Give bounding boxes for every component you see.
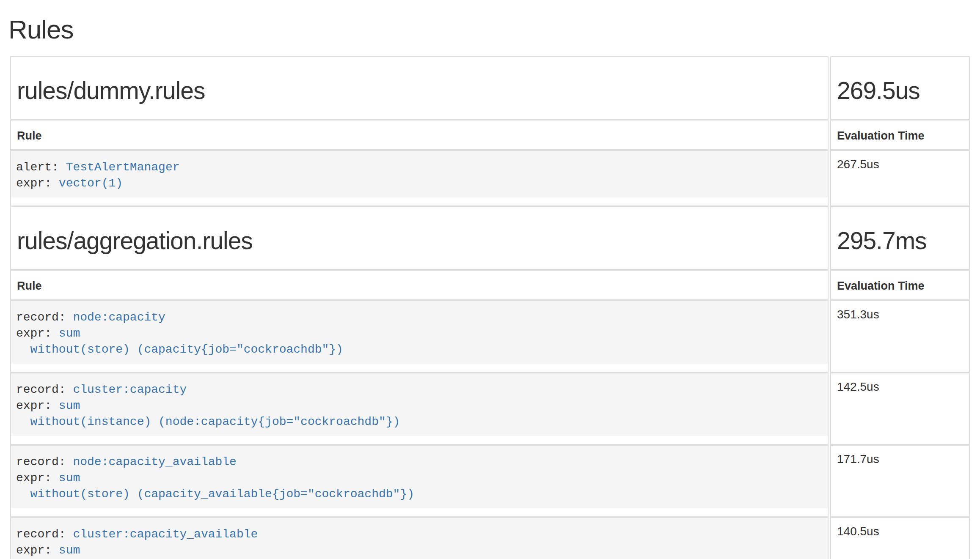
rule-expr-label: expr:	[16, 399, 52, 412]
rule-definition-cell: record: node:capacity expr: sum without(…	[10, 300, 829, 373]
rule-row: record: cluster:capacity expr: sum witho…	[10, 373, 970, 445]
rule-definition-cell: record: node:capacity_available expr: su…	[10, 445, 829, 517]
rule-kind-label: alert:	[16, 161, 59, 174]
rule-expr-link[interactable]: vector(1)	[59, 177, 123, 190]
rule-row: record: node:capacity expr: sum without(…	[10, 300, 970, 373]
rule-definition-cell: record: cluster:capacity expr: sum witho…	[10, 373, 829, 445]
rules-page: Rules rules/dummy.rules 269.5us Rule Eva…	[0, 0, 980, 559]
rule-definition-cell: record: cluster:capacity_available expr:…	[10, 517, 829, 559]
rule-expr-link[interactable]: sum without(store) (capacity{job="cockro…	[16, 327, 343, 356]
rule-expr-label: expr:	[16, 471, 52, 485]
rule-kind-label: record:	[16, 311, 66, 324]
rule-definition: record: cluster:capacity expr: sum witho…	[11, 373, 828, 436]
rule-name-link[interactable]: cluster:capacity_available	[73, 528, 258, 541]
rule-group-eval-cell: 269.5us	[830, 56, 970, 120]
rule-expr-link[interactable]: sum without(instance) (node:capacity{job…	[16, 399, 400, 428]
rule-name-link[interactable]: TestAlertManager	[66, 161, 180, 174]
rule-expr-label: expr:	[16, 177, 52, 190]
rule-file-name: rules/aggregation.rules	[17, 227, 822, 255]
rule-expr-label: expr:	[16, 327, 52, 340]
rule-group-header-row: rules/dummy.rules 269.5us	[10, 56, 970, 120]
rule-group-header-row: rules/aggregation.rules 295.7ms	[10, 206, 970, 270]
rule-row: record: node:capacity_available expr: su…	[10, 445, 970, 517]
rule-row: alert: TestAlertManager expr: vector(1) …	[10, 150, 970, 206]
rule-kind-label: record:	[16, 528, 66, 541]
rule-group-file-cell: rules/aggregation.rules	[10, 206, 829, 270]
rule-expr-link[interactable]: sum without(instance) (node:capacity_ava…	[16, 544, 471, 559]
rules-table: rules/dummy.rules 269.5us Rule Evaluatio…	[8, 56, 972, 559]
rule-kind-label: record:	[16, 455, 66, 469]
rule-eval-time: 351.3us	[830, 300, 970, 373]
eval-time-column-header: Evaluation Time	[830, 120, 970, 150]
rule-definition: record: cluster:capacity_available expr:…	[11, 518, 828, 559]
rule-eval-time: 267.5us	[830, 150, 970, 206]
rule-definition: record: node:capacity expr: sum without(…	[11, 301, 828, 364]
eval-time-column-header: Evaluation Time	[830, 270, 970, 300]
rule-name-link[interactable]: cluster:capacity	[73, 383, 187, 396]
rule-name-link[interactable]: node:capacity	[73, 311, 165, 324]
rule-file-name: rules/dummy.rules	[17, 77, 822, 104]
column-header-row: Rule Evaluation Time	[10, 270, 970, 300]
column-header-row: Rule Evaluation Time	[10, 120, 970, 150]
rule-definition-cell: alert: TestAlertManager expr: vector(1)	[10, 150, 829, 206]
rule-expr-label: expr:	[16, 544, 52, 557]
rule-eval-time: 171.7us	[830, 445, 970, 517]
rule-eval-time: 140.5us	[830, 517, 970, 559]
rule-group-file-cell: rules/dummy.rules	[10, 56, 829, 120]
rule-kind-label: record:	[16, 383, 66, 396]
rule-expr-link[interactable]: sum without(store) (capacity_available{j…	[16, 471, 414, 501]
page-title: Rules	[8, 14, 972, 44]
rule-name-link[interactable]: node:capacity_available	[73, 455, 236, 469]
rule-definition: alert: TestAlertManager expr: vector(1)	[11, 151, 828, 197]
rule-row: record: cluster:capacity_available expr:…	[10, 517, 970, 559]
rule-eval-time: 142.5us	[830, 373, 970, 445]
rule-group-eval-time: 295.7ms	[837, 227, 963, 255]
rule-column-header: Rule	[10, 270, 829, 300]
rule-column-header: Rule	[10, 120, 829, 150]
rule-definition: record: node:capacity_available expr: su…	[11, 446, 828, 508]
rule-group-eval-time: 269.5us	[837, 77, 963, 104]
rule-group-eval-cell: 295.7ms	[830, 206, 970, 270]
